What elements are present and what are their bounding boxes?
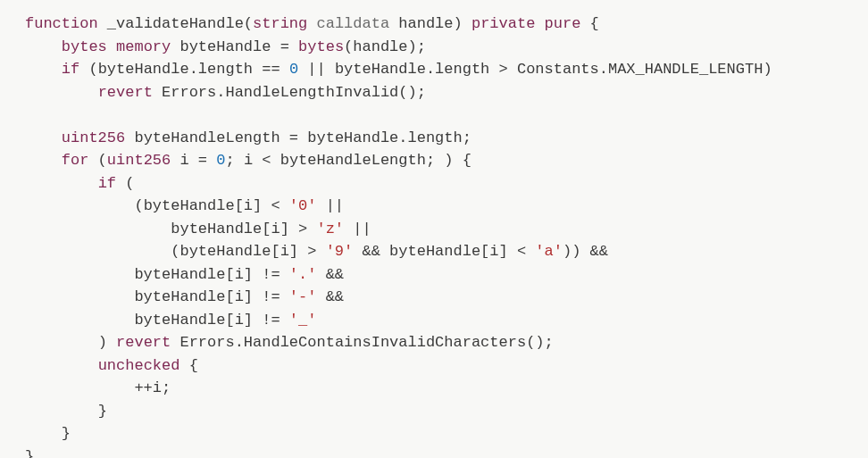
code-token: ||: [316, 197, 344, 214]
code-token: Errors.HandleLengthInvalid: [162, 84, 398, 101]
code-line: byteHandle[i] != '.' &&: [25, 263, 861, 287]
code-token: <: [508, 243, 536, 260]
code-line: revert Errors.HandleLengthInvalid();: [25, 81, 861, 104]
code-line: [25, 104, 861, 127]
code-token: ): [763, 61, 772, 78]
code-token: &&: [316, 266, 344, 283]
code-token: ;: [162, 379, 171, 396]
code-token: 'a': [535, 243, 563, 260]
code-token: ||: [298, 61, 335, 78]
code-line: if (byteHandle.length == 0 || byteHandle…: [25, 58, 861, 81]
code-token: function: [25, 15, 98, 32]
code-token: ;: [225, 152, 243, 169]
code-token: ||: [344, 221, 371, 237]
code-token: i: [153, 379, 162, 396]
code-line: ++i;: [25, 377, 861, 400]
code-token: [171, 152, 179, 169]
code-token: pure: [545, 15, 581, 32]
code-line: (byteHandle[i] < '0' ||: [25, 195, 861, 218]
code-line: }: [25, 400, 861, 423]
code-token: ();: [526, 334, 554, 351]
code-token: '_': [289, 312, 317, 329]
code-token: revert: [116, 334, 171, 351]
code-token: revert: [98, 84, 153, 101]
code-line: byteHandle[i] > 'z' ||: [25, 218, 861, 241]
code-token: ): [98, 334, 116, 351]
code-token: private: [472, 15, 535, 32]
code-token: ): [454, 15, 472, 32]
code-token: (: [88, 152, 106, 169]
code-token: handle: [398, 15, 453, 32]
code-token: ==: [253, 61, 289, 78]
code-token: =: [280, 129, 308, 146]
code-token: '.': [289, 266, 317, 283]
code-token: Errors.HandleContainsInvalidCharacters: [179, 334, 526, 351]
code-line: if (: [25, 172, 861, 196]
code-token: 0: [289, 61, 298, 78]
code-token: [171, 38, 179, 55]
code-token: byteHandle[i]: [134, 288, 253, 305]
code-token: byteHandle[i]: [134, 266, 253, 283]
code-token: byteHandle[i]: [179, 243, 298, 260]
code-token: (: [134, 197, 143, 214]
code-line: function _validateHandle(string calldata…: [25, 12, 861, 36]
code-token: i: [179, 152, 188, 169]
code-token: >: [289, 221, 317, 237]
code-token: byteHandle[i]: [389, 243, 508, 260]
code-token: for: [62, 152, 89, 169]
code-token: [389, 15, 398, 32]
code-token: =: [189, 152, 217, 169]
code-token: (: [116, 175, 134, 192]
code-line: bytes memory byteHandle = bytes(handle);: [25, 36, 861, 59]
code-token: ; ) {: [426, 152, 472, 169]
code-token: '-': [289, 288, 317, 305]
code-token: (: [79, 61, 97, 78]
code-token: }: [25, 448, 34, 459]
code-line: uint256 byteHandleLength = byteHandle.le…: [25, 127, 861, 150]
code-token: if: [98, 175, 116, 192]
code-token: }: [98, 403, 107, 420]
code-block: function _validateHandle(string calldata…: [0, 0, 868, 458]
code-token: byteHandleLength: [134, 129, 280, 146]
code-token: uint256: [107, 152, 171, 169]
code-token: );: [408, 38, 426, 55]
code-token: uint256: [62, 129, 125, 146]
code-line: }: [25, 422, 861, 446]
code-token: [535, 15, 544, 32]
code-token: byteHandle: [179, 38, 271, 55]
code-token: calldata: [316, 15, 389, 32]
code-line: for (uint256 i = 0; i < byteHandleLength…: [25, 149, 861, 172]
code-token: &&: [316, 288, 344, 305]
code-token: byteHandle[i]: [134, 312, 253, 329]
code-token: (: [344, 38, 353, 55]
code-line: unchecked {: [25, 354, 861, 378]
code-token: [98, 15, 107, 32]
code-token: ;: [463, 129, 472, 146]
code-token: 'z': [316, 221, 344, 237]
code-token: [125, 129, 134, 146]
code-token: 0: [216, 152, 225, 169]
code-token: (: [244, 15, 253, 32]
code-token: ();: [398, 84, 426, 101]
code-token: )) &&: [563, 243, 608, 260]
code-line: byteHandle[i] != '-' &&: [25, 286, 861, 309]
code-token: =: [271, 38, 298, 55]
code-token: handle: [353, 38, 407, 55]
code-token: !=: [253, 288, 289, 305]
code-token: {: [580, 15, 598, 32]
code-token: (: [171, 243, 179, 260]
code-token: bytes: [298, 38, 344, 55]
code-token: Constants.MAX_HANDLE_LENGTH: [517, 61, 763, 78]
code-token: byteHandle.length: [335, 61, 489, 78]
code-token: i: [244, 152, 253, 169]
code-token: [171, 334, 179, 351]
code-token: >: [489, 61, 517, 78]
code-token: byteHandleLength: [280, 152, 426, 169]
code-token: !=: [253, 312, 289, 329]
code-token: _validateHandle: [107, 15, 244, 32]
code-token: >: [298, 243, 326, 260]
code-token: byteHandle.length: [98, 61, 253, 78]
code-token: <: [262, 197, 289, 214]
code-token: <: [253, 152, 280, 169]
code-line: (byteHandle[i] > '9' && byteHandle[i] < …: [25, 240, 861, 263]
